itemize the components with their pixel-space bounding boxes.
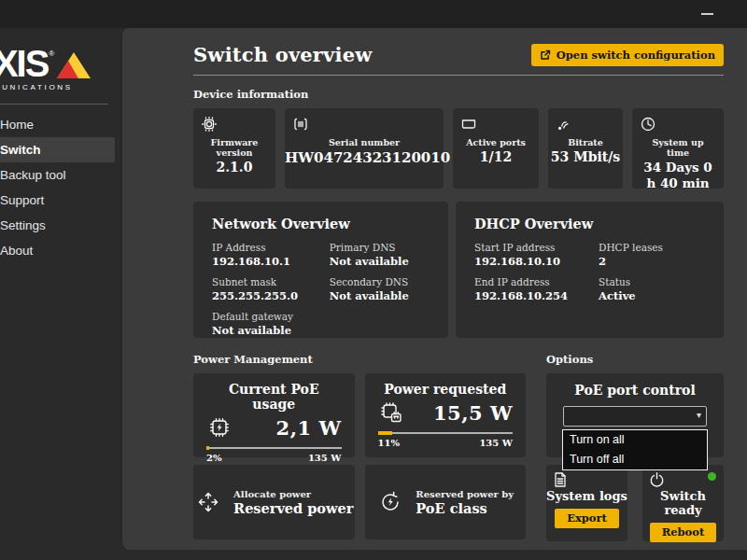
main-panel: Switch overview Open switch configuratio… [122, 28, 747, 550]
chevron-down-icon: ▾ [697, 410, 701, 420]
sidebar: AXIS ® COMMUNICATIONS Home Switch Backup… [0, 28, 121, 551]
power-icon [649, 471, 665, 487]
current-poe-usage-title: Current PoE usage [206, 382, 342, 412]
sidebar-divider [0, 104, 108, 105]
open-switch-configuration-label: Open switch configuration [557, 49, 715, 62]
firmware-version-value: 2.1.0 [193, 160, 275, 176]
header-divider [193, 75, 724, 76]
dhcp-status-field: Status Active [599, 276, 705, 302]
power-requested-value: 15,5 W [433, 401, 513, 425]
poe-class-value: PoE class [416, 500, 514, 516]
firmware-version-label: Firmware version [193, 137, 275, 158]
sidebar-item-about[interactable]: About [0, 238, 121, 263]
refresh-bolt-icon [376, 488, 404, 516]
system-logs-card: System logs Export [546, 465, 627, 541]
sidebar-item-support[interactable]: Support [0, 188, 121, 213]
allocate-power-tile[interactable]: Allocate power Reserved power [193, 465, 355, 539]
primary-dns-field: Primary DNS Not available [330, 242, 430, 268]
document-icon [553, 471, 568, 488]
serial-number-card: Serial number HW04724323120010 [285, 108, 444, 189]
power-requested-title: Power requested [378, 382, 514, 397]
clock-icon [640, 116, 656, 133]
axis-logo: AXIS ® COMMUNICATIONS [0, 49, 121, 91]
poe-port-control-title: PoE port control [559, 383, 711, 398]
option-turn-on-all[interactable]: Turn on all [563, 430, 707, 450]
external-link-icon [540, 49, 551, 61]
poe-port-control-select[interactable]: ▾ [563, 406, 707, 427]
system-logs-title: System logs [546, 489, 627, 503]
bitrate-label: Bitrate [548, 137, 623, 147]
option-turn-off-all[interactable]: Turn off all [563, 450, 707, 469]
allocate-power-value: Reserved power [233, 500, 353, 516]
export-button[interactable]: Export [555, 509, 619, 528]
bitrate-value: 53 Mbit/s [548, 149, 623, 166]
minimize-icon[interactable] [701, 13, 713, 15]
ip-address-field: IP Address 192.168.10.1 [212, 242, 320, 268]
start-ip-field: Start IP address 192.168.10.10 [474, 242, 589, 268]
device-cards-row: Firmware version 2.1.0 Serial number HW0… [193, 108, 724, 189]
poe-port-control-dropdown-list: Turn on all Turn off all [562, 429, 708, 470]
reboot-button[interactable]: Reboot [650, 523, 717, 542]
current-poe-usage-card: Current PoE usage 2,1 W [193, 373, 355, 457]
overview-row: Network Overview IP Address 192.168.10.1… [193, 202, 724, 338]
display-icon [460, 116, 477, 133]
chip-plug-icon [378, 399, 404, 426]
system-up-time-label: System up time [640, 137, 716, 158]
chip-gear-icon [201, 116, 218, 133]
bitrate-card: Bitrate 53 Mbit/s [548, 108, 623, 189]
system-up-time-card: System up time 34 Days 0 h 40 min [632, 108, 724, 189]
sidebar-item-settings[interactable]: Settings [0, 213, 121, 238]
subnet-mask-field: Subnet mask 255.255.255.0 [212, 276, 320, 302]
secondary-dns-field: Secondary DNS Not available [330, 276, 430, 302]
section-power-management: Power Management [193, 353, 526, 366]
network-overview-title: Network Overview [212, 216, 430, 231]
signal-icon [556, 116, 572, 133]
network-overview-card: Network Overview IP Address 192.168.10.1… [193, 202, 448, 338]
allocate-power-label: Allocate power [233, 489, 353, 499]
open-switch-configuration-button[interactable]: Open switch configuration [531, 44, 724, 66]
power-requested-percent: 11% [378, 438, 400, 448]
poe-port-control-card: PoE port control ▾ Turn on all Turn off … [546, 373, 724, 457]
dhcp-leases-field: DHCP leases 2 [599, 242, 705, 268]
active-ports-label: Active ports [453, 137, 539, 147]
serial-number-label: Serial number [285, 137, 444, 147]
system-up-time-value: 34 Days 0 h 40 min [640, 160, 716, 191]
window-bottom-band [0, 551, 747, 560]
dhcp-overview-title: DHCP Overview [474, 216, 705, 231]
reserved-power-by-poe-class-tile[interactable]: Reserved power by PoE class [365, 465, 527, 539]
dhcp-overview-card: DHCP Overview Start IP address 192.168.1… [456, 202, 724, 338]
power-requested-card: Power requested 15,5 W [365, 373, 527, 457]
axis-triangle-icon [57, 52, 91, 78]
active-ports-card: Active ports 1/12 [453, 108, 539, 189]
switch-ready-card: Switch ready Reboot [642, 465, 724, 541]
poe-usage-percent: 2% [206, 453, 221, 463]
sidebar-nav: Home Switch Backup tool Support Settings… [0, 112, 121, 263]
window-titlebar [0, 0, 747, 28]
registered-mark: ® [49, 49, 54, 58]
reserved-power-by-label: Reserved power by [416, 489, 514, 499]
page-title: Switch overview [193, 43, 373, 66]
sidebar-item-home[interactable]: Home [0, 112, 121, 137]
switch-ready-title: Switch ready [642, 489, 724, 517]
section-device-information: Device information [193, 88, 724, 101]
serial-number-value: HW04724323120010 [285, 149, 444, 167]
section-options: Options [546, 353, 724, 366]
default-gateway-field: Default gateway Not available [212, 311, 320, 337]
move-arrows-icon [194, 488, 222, 516]
logo-wordmark: AXIS [0, 49, 48, 78]
poe-usage-max: 135 W [308, 453, 342, 463]
power-requested-max: 135 W [479, 438, 513, 448]
end-ip-field: End IP address 192.168.10.254 [474, 276, 589, 302]
sidebar-item-backup-tool[interactable]: Backup tool [0, 162, 121, 188]
status-ok-dot [708, 472, 716, 481]
active-ports-value: 1/12 [453, 149, 539, 166]
logo-subtitle: COMMUNICATIONS [0, 83, 121, 91]
power-requested-progressbar [378, 431, 514, 435]
poe-usage-progressbar [206, 446, 342, 450]
barcode-icon [292, 116, 309, 133]
sidebar-item-switch[interactable]: Switch [0, 137, 115, 162]
chip-bolt-icon [206, 414, 233, 441]
firmware-version-card: Firmware version 2.1.0 [193, 108, 275, 189]
current-poe-usage-value: 2,1 W [276, 416, 342, 440]
